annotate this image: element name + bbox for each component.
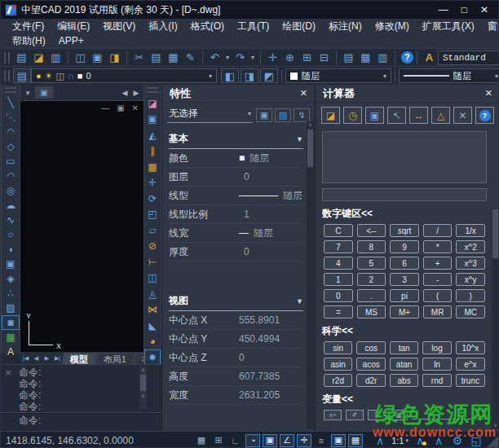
property-row[interactable]: 中心点 Y 450.4994	[169, 330, 303, 349]
help-icon[interactable]: ?	[401, 51, 413, 64]
mirror-icon[interactable]: ◭	[144, 127, 161, 143]
doc-close-button[interactable]: ✕	[132, 103, 139, 112]
calculator-header[interactable]: 计算器 ✕	[316, 85, 499, 103]
layout-nav-icon[interactable]: |◀	[20, 353, 31, 364]
properties-palette-icon[interactable]: ▤	[340, 51, 357, 65]
rectangle-icon[interactable]: ▭	[2, 154, 20, 169]
properties-close-icon[interactable]: ✕	[300, 88, 307, 99]
menu-item[interactable]: 帮助(H)	[6, 34, 52, 48]
command-window[interactable]: ✕ 命令:命令:命令:命令: ∧ ∨ 命令:	[1, 364, 161, 431]
doc-minimize-button[interactable]: —	[101, 103, 109, 112]
trim-icon[interactable]: ⊘	[144, 239, 161, 255]
collapse-icon[interactable]: ▼	[296, 297, 303, 305]
layout-tab[interactable]: 模型	[61, 353, 96, 364]
mtext-icon[interactable]: A	[2, 345, 20, 359]
calc-help-icon[interactable]: ?	[475, 107, 494, 124]
calc-key-button[interactable]: sqrt	[390, 224, 419, 237]
property-row[interactable]: 中心点 X 555.8901	[169, 311, 303, 330]
layer-dropdown[interactable]: ●☀◫∩■0 ▾	[31, 68, 217, 83]
calc-key-button[interactable]: x^y	[456, 273, 485, 286]
calc-key-button[interactable]: )	[456, 289, 485, 302]
zoom-realtime-icon[interactable]: ⊕	[281, 51, 298, 65]
calc-key-button[interactable]: 1	[324, 273, 353, 286]
calc-key-button[interactable]: d2r	[356, 374, 385, 387]
toggle-pickadd-icon[interactable]: ▣	[256, 108, 272, 122]
properties-header[interactable]: 特性 ✕	[162, 85, 315, 103]
property-row[interactable]: 高度 607.7385	[169, 367, 303, 386]
annotation-scale-dropdown[interactable]: 1:1 ▾	[391, 436, 408, 446]
design-center-icon[interactable]: ▦	[357, 51, 374, 65]
ellipse-icon[interactable]: ○	[2, 227, 20, 242]
plot-icon[interactable]: ◫	[72, 51, 89, 65]
calc-get-angle-icon[interactable]: △	[431, 107, 450, 124]
edit-variable-icon[interactable]: ✐	[346, 410, 364, 420]
command-divider[interactable]	[1, 412, 161, 413]
calc-key-button[interactable]: 3	[390, 273, 419, 286]
command-close-icon[interactable]: ✕	[5, 368, 11, 377]
toolbar-grip[interactable]	[4, 52, 10, 64]
calc-key-button[interactable]: acos	[356, 358, 385, 371]
plot-preview-icon[interactable]: ▣	[89, 51, 106, 65]
calc-key-button[interactable]: 6	[390, 257, 419, 270]
menu-item[interactable]: 工具(T)	[231, 20, 276, 33]
layout-nav-icon[interactable]: ▶	[42, 353, 52, 364]
menu-item[interactable]: 格式(O)	[184, 20, 231, 33]
calc-key-button[interactable]: sin	[324, 341, 352, 354]
calc-key-button[interactable]: *	[423, 240, 453, 253]
calc-key-button[interactable]: x^3	[456, 257, 485, 270]
calc-key-button[interactable]: rnd	[422, 374, 451, 387]
fullscreen-icon[interactable]: ◱	[469, 434, 484, 447]
text-style-icon[interactable]: A	[421, 51, 438, 65]
calc-key-button[interactable]: pi	[390, 289, 419, 302]
menu-item[interactable]: 窗口(W)	[481, 20, 499, 33]
table-icon[interactable]: ▦	[2, 330, 20, 345]
calc-key-button[interactable]: (	[423, 289, 453, 302]
doc-restore-button[interactable]: ▣	[117, 103, 124, 112]
calc-key-button[interactable]: =	[324, 305, 353, 318]
annotation-autoscale-icon[interactable]: ∧	[413, 434, 427, 447]
scroll-up-icon[interactable]: ∧	[139, 367, 147, 373]
calc-key-button[interactable]: 4	[324, 257, 353, 270]
array-icon[interactable]: ▦	[144, 159, 161, 175]
calc-key-button[interactable]: .	[357, 289, 386, 302]
copy-icon[interactable]: ▤	[148, 51, 165, 65]
rotate-icon[interactable]: ⟳	[144, 191, 161, 207]
calc-key-button[interactable]: +	[423, 257, 453, 270]
command-prompt[interactable]: 命令:	[19, 415, 41, 426]
calc-key-button[interactable]: e^x	[456, 358, 485, 371]
calc-key-button[interactable]: 10^x	[456, 341, 485, 354]
document-tab[interactable]: ▣	[35, 86, 53, 99]
property-row[interactable]: 中心点 Z 0	[169, 349, 303, 367]
calc-key-button[interactable]: 0	[324, 289, 353, 302]
resize-grip[interactable]	[486, 435, 499, 448]
calc-key-button[interactable]: tan	[390, 341, 418, 354]
calc-key-button[interactable]: 9	[390, 240, 419, 253]
return-value-icon[interactable]: ▦	[390, 410, 408, 420]
snap-icon[interactable]: ▦	[194, 434, 209, 447]
zoom-window-icon[interactable]: ⊞	[298, 51, 316, 65]
select-objects-icon[interactable]: ↯	[294, 108, 310, 122]
layer-previous-icon[interactable]: ◧	[221, 68, 239, 83]
calc-key-button[interactable]: MS	[357, 305, 386, 318]
calc-key-button[interactable]: abs	[390, 374, 418, 387]
calc-paste-to-cmdline-icon[interactable]: ▣	[365, 107, 384, 124]
calc-key-button[interactable]: 1/x	[456, 224, 485, 237]
join-icon[interactable]: ⋈	[144, 302, 161, 318]
calc-key-button[interactable]: M+	[390, 305, 419, 318]
calc-key-button[interactable]: 5	[357, 257, 386, 270]
calc-clear-icon[interactable]: ◪	[321, 107, 340, 124]
save-icon[interactable]: ▥	[47, 51, 64, 65]
layout-tab[interactable]: 布局1	[95, 353, 135, 364]
property-row[interactable]: 线型 ————随层	[169, 187, 303, 205]
properties-scrollbar[interactable]: ∧	[307, 121, 314, 429]
calc-key-button[interactable]: 2	[357, 273, 386, 286]
calc-key-button[interactable]: /	[423, 224, 453, 237]
polar-tracking-icon[interactable]: ◔	[245, 434, 260, 447]
annotation-visibility-icon[interactable]: ∧	[373, 434, 387, 447]
calc-input-field[interactable]	[322, 188, 487, 201]
property-row[interactable]: 图层 0	[169, 168, 303, 187]
ellipse-arc-icon[interactable]: ◖	[2, 242, 20, 257]
calc-key-button[interactable]: 8	[357, 240, 386, 253]
menu-item[interactable]: 文件(F)	[6, 20, 51, 33]
explode-icon[interactable]: ✸	[144, 349, 161, 366]
